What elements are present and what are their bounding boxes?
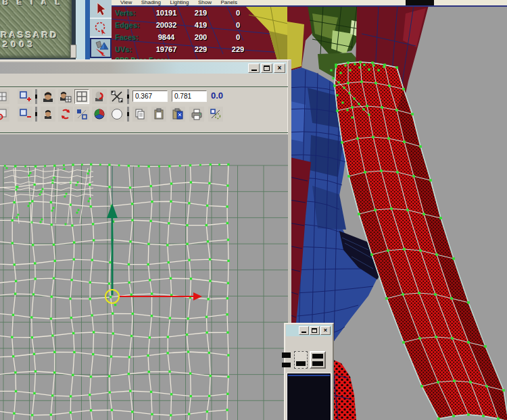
toolbox [90,0,112,59]
window-grid-record-icon[interactable] [0,107,9,122]
face-snapshot-icon[interactable] [41,89,55,104]
stats-row-faces: Faces: 9844 200 0 [115,31,256,43]
application-screen: View Shading Lighting Show Panels Verts:… [0,0,507,420]
toggle-squares-icon[interactable] [74,107,89,122]
value-readout: 0.0 [211,90,223,101]
maximize-icon [264,65,270,71]
maximize-button[interactable] [310,326,320,335]
refresh-uv-icon[interactable] [58,107,73,122]
grid-toggle-icon[interactable] [74,89,89,104]
poly-count-hud: Verts: 10191 219 0 Edges: 20032 419 0 Fa… [115,7,256,64]
edges-selected: 419 [185,21,216,29]
toolbar-divider-bottom [0,132,288,133]
shelf-strip [76,0,85,59]
faces-label: Faces: [115,33,147,41]
shell-remove-icon[interactable] [18,107,32,122]
stats-row-verts: Verts: 10191 219 0 [115,7,256,19]
verts-selected: 219 [185,9,216,17]
mini-window-preview-panel[interactable] [287,373,331,420]
uv-canvas[interactable] [0,134,288,420]
menu-panels[interactable]: Panels [220,0,237,5]
shell-add-icon[interactable] [18,89,32,104]
percent-cycle-icon[interactable] [208,107,223,122]
mini-window-titlebar[interactable]: × [286,325,332,336]
artist-watermark: B E I A L RASSARD 2003 [0,0,76,59]
maximize-icon [312,328,317,333]
minimize-button[interactable] [299,326,309,335]
preset-button-1[interactable] [281,351,293,369]
toolbar-separator[interactable] [127,89,129,104]
move-tool[interactable] [90,38,112,58]
uv-editor-titlebar[interactable]: × [0,62,287,74]
panel-handle[interactable] [70,45,76,58]
verts-total: 10191 [147,9,185,17]
alpha-circle-icon[interactable] [110,107,124,122]
stats-row-edges: Edges: 20032 419 0 [115,19,256,31]
close-button[interactable]: × [274,63,285,73]
uvs-label: UVs: [115,45,147,53]
face-small-icon[interactable] [41,107,55,122]
window-grid-icon[interactable] [0,89,9,104]
uvs-other: 229 [220,45,256,53]
face-magnet-icon[interactable] [92,89,107,104]
close-button[interactable]: × [320,326,331,335]
edges-other: 0 [220,21,256,29]
menubar-dark-segment [406,0,434,5]
mini-panel-window: × [284,323,334,420]
verts-other: 0 [220,9,256,17]
select-tool[interactable] [90,0,112,19]
toolbar-separator[interactable] [35,89,37,104]
panel-menubar: View Shading Lighting Show Panels [112,0,507,5]
checker-swap-icon[interactable] [110,89,124,104]
copy-icon[interactable] [132,107,147,122]
preset-button-3[interactable] [310,351,326,369]
faces-selected: 200 [185,33,216,41]
faces-total: 9844 [147,33,185,41]
rgb-sphere-icon[interactable] [92,107,107,122]
toolbar-separator[interactable] [127,107,129,122]
paste-icon[interactable] [151,107,166,122]
toolbar-divider-top [0,86,288,87]
u-coordinate-field[interactable] [132,90,168,102]
edges-total: 20032 [147,21,185,29]
shelf-edge [85,0,90,59]
watermark-line2: RASSARD [1,30,58,40]
minimize-button[interactable] [248,63,260,73]
print-snapshot-icon[interactable] [189,107,204,122]
minimize-icon [251,70,257,71]
uv-texture-editor-window: × 0.0 [0,59,291,420]
uvs-total: 19767 [147,45,185,53]
preview-top-line [288,375,330,376]
watermark-line1: B E I A L [3,0,63,6]
lasso-select-tool[interactable] [90,19,112,38]
verts-label: Verts: [115,9,147,17]
stats-row-uvs: UVs: 19767 229 229 [115,43,256,55]
minimize-icon [301,332,306,333]
preset-button-2[interactable] [294,351,308,369]
face-ratio-icon[interactable] [58,89,73,104]
maximize-button[interactable] [261,63,272,73]
edges-label: Edges: [115,21,147,29]
menu-lighting[interactable]: Lighting [170,0,189,5]
menu-shading[interactable]: Shading [141,0,161,5]
menubar-divider [112,5,507,7]
menu-show[interactable]: Show [198,0,212,5]
uvs-selected: 229 [185,45,216,53]
faces-other: 0 [220,33,256,41]
toolbar-separator[interactable] [35,107,37,122]
paste-uv-icon[interactable] [170,107,185,122]
v-coordinate-field[interactable] [172,90,207,102]
menu-view[interactable]: View [120,0,132,5]
watermark-line3: 2003 [3,39,36,49]
